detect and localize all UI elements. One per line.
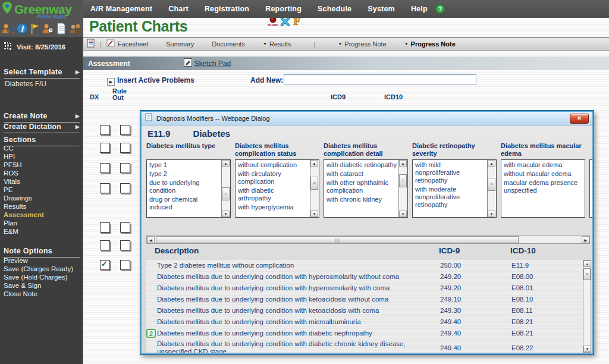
table-vertical-scrollbar[interactable]: ▲ ≡ ▼ xyxy=(583,260,591,353)
horizontal-scrollbar[interactable]: ◀ ||| ▶ xyxy=(146,236,590,244)
table-row-4[interactable]: Diabetes mellitus due to underlying cond… xyxy=(146,294,584,305)
table-row-8[interactable]: Diabetes mellitus due to underlying cond… xyxy=(146,339,584,353)
listbox-item[interactable]: with moderate nonproliferative retinopat… xyxy=(415,186,486,209)
sidebar-item-assessment[interactable]: Assessment xyxy=(4,211,44,219)
visit-row[interactable]: Visit: 8/25/2016 xyxy=(4,42,65,52)
dx-checkbox-row-5[interactable] xyxy=(100,222,110,233)
note-option-close-note[interactable]: Close Note xyxy=(4,290,73,298)
table-row-5[interactable]: Diabetes mellitus due to underlying cond… xyxy=(146,305,584,316)
listbox-item[interactable]: with diabetic arthropathy xyxy=(238,187,309,202)
modifier-listbox[interactable]: type 1type 2due to underlying conditiond… xyxy=(146,159,231,218)
insert-active-problems-toggle[interactable]: ▶ xyxy=(107,78,115,86)
modifier-listbox[interactable]: without complicationwith circulatory com… xyxy=(235,159,319,218)
table-row-1[interactable]: Type 2 diabetes mellitus without complic… xyxy=(146,260,584,271)
menu-item-system[interactable]: System xyxy=(368,5,395,13)
scroll-down-arrow-icon[interactable]: ▼ xyxy=(583,346,591,352)
help-icon[interactable]: ? xyxy=(435,4,445,14)
dx-checkbox-row-6[interactable] xyxy=(100,240,110,250)
dx-checkbox-row-1[interactable] xyxy=(100,125,110,135)
table-row-3[interactable]: Diabetes mellitus due to underlying cond… xyxy=(146,283,584,294)
listbox-item[interactable]: type 2 xyxy=(149,170,220,178)
listbox-item[interactable]: due to underlying condition xyxy=(149,179,220,194)
listbox-item[interactable]: drug or chemical induced xyxy=(149,196,220,211)
menu-item-chart[interactable]: Chart xyxy=(168,5,189,13)
listbox-scrollbar[interactable]: ▲≡▼ xyxy=(487,160,496,217)
rule-out-checkbox-row-3[interactable] xyxy=(120,163,130,173)
sidebar-item-drawings[interactable]: Drawings xyxy=(4,194,44,202)
scroll-up-arrow-icon[interactable]: ▲ xyxy=(222,160,230,167)
select-template-header[interactable]: ▶ Select Template xyxy=(4,68,80,79)
listbox-item[interactable]: with other ophthalmic complication xyxy=(327,179,397,194)
rule-out-checkbox-row-4[interactable] xyxy=(120,183,130,193)
listbox-item[interactable]: with hyperglycemia xyxy=(238,203,309,211)
sidebar-item-e-m[interactable]: E&M xyxy=(4,227,44,236)
insert-active-problems-label[interactable]: Insert Active Problems xyxy=(117,76,194,84)
scroll-up-arrow-icon[interactable]: ▲ xyxy=(488,160,495,167)
listbox-item[interactable]: type 1 xyxy=(149,161,220,169)
scroll-left-arrow-icon[interactable]: ◀ xyxy=(147,236,155,243)
dx-checkbox-row-7[interactable] xyxy=(100,260,110,270)
sidebar-item-ros[interactable]: ROS xyxy=(4,169,44,177)
sketch-pad-link[interactable]: Sketch Pad xyxy=(194,59,231,68)
modifier-listbox[interactable]: with diabetic retinopathywith cataractwi… xyxy=(324,159,408,218)
dx-checkbox-row-3[interactable] xyxy=(100,163,110,173)
note-doc-icon[interactable] xyxy=(87,39,95,49)
dx-checkbox-row-2[interactable] xyxy=(100,143,110,153)
patients-group-icon[interactable] xyxy=(68,23,83,34)
listbox-item[interactable]: with cataract xyxy=(327,170,397,178)
sidebar-item-cc[interactable]: CC xyxy=(4,144,44,152)
modifier-listbox[interactable]: with macular edemawithout macular edemam… xyxy=(501,159,585,218)
scroll-down-arrow-icon[interactable]: ▼ xyxy=(222,211,230,217)
sidebar-item-hpi[interactable]: HPI xyxy=(4,152,44,161)
sidebar-item-pfsh[interactable]: PFSH xyxy=(4,161,44,169)
create-dictation-header[interactable]: ▶ Create Dictation xyxy=(4,123,80,133)
rule-out-checkbox-row-6[interactable] xyxy=(120,240,130,250)
table-row-2[interactable]: Diabetes mellitus due to underlying cond… xyxy=(146,271,584,283)
template-diabetes-fu[interactable]: Diabetes F/U xyxy=(5,80,46,88)
modifier-listbox[interactable]: with mild nonproliferative retinopathywi… xyxy=(412,159,497,218)
note-option-save-sign[interactable]: Save & Sign xyxy=(4,281,73,290)
table-row-7[interactable]: 2Diabetes mellitus due to underlying con… xyxy=(146,328,584,339)
rule-out-checkbox-row-2[interactable] xyxy=(120,143,130,153)
scroll-down-arrow-icon[interactable]: ▼ xyxy=(488,211,495,217)
create-note-header[interactable]: ▶ Create Note xyxy=(4,112,80,123)
listbox-item[interactable]: with chronic kidney xyxy=(327,196,397,203)
menu-item-reporting[interactable]: Reporting xyxy=(265,5,302,13)
note-option-preview[interactable]: Preview xyxy=(4,256,73,265)
listbox-item[interactable]: with diabetic retinopathy xyxy=(327,161,397,169)
listbox-item[interactable]: with mild nonproliferative retinopathy xyxy=(415,161,486,184)
listbox-item[interactable]: without complication xyxy=(238,161,309,169)
tab-facesheet[interactable]: Facesheet xyxy=(106,39,148,48)
horizontal-scroll-thumb[interactable]: ||| xyxy=(156,236,519,243)
patient-search-icon[interactable] xyxy=(1,23,14,34)
flag-icon[interactable] xyxy=(30,23,39,34)
sidebar-item-results[interactable]: Results xyxy=(4,202,44,211)
listbox-scrollbar[interactable]: ▲≡▼ xyxy=(221,160,230,217)
blood-icon[interactable]: BLOOD xyxy=(268,16,278,29)
scroll-thumb[interactable]: ≡ xyxy=(488,178,495,191)
add-new-input[interactable] xyxy=(284,74,476,84)
sidebar-item-pe[interactable]: PE xyxy=(4,186,44,194)
listbox-scrollbar[interactable]: ▲≡▼ xyxy=(310,160,319,217)
tab-summary[interactable]: Summary xyxy=(166,40,194,48)
listbox-item[interactable]: with macular edema xyxy=(504,161,583,169)
patient-clock-icon[interactable] xyxy=(41,23,54,34)
scroll-down-arrow-icon[interactable]: ▼ xyxy=(310,211,318,217)
scroll-up-arrow-icon[interactable]: ▲ xyxy=(399,160,407,167)
x-dismiss-icon[interactable] xyxy=(280,17,290,29)
note-option-save-charges-ready[interactable]: Save (Charges Ready) xyxy=(4,265,73,273)
listbox-item[interactable]: with circulatory complication xyxy=(238,170,309,186)
scroll-thumb[interactable]: ≡ xyxy=(399,174,407,187)
table-row-6[interactable]: Diabetes mellitus due to underlying cond… xyxy=(146,316,584,328)
menu-item-help[interactable]: Help xyxy=(411,5,428,13)
dialog-close-button[interactable]: ✕ xyxy=(570,114,589,124)
menu-item-a-r-management[interactable]: A/R Management xyxy=(90,5,152,13)
scroll-thumb[interactable]: ≡ xyxy=(310,177,318,190)
sidebar-item-vitals[interactable]: Vitals xyxy=(4,177,44,186)
listbox-item[interactable]: without macular edema xyxy=(504,170,583,178)
info-icon[interactable]: i xyxy=(16,23,28,34)
menu-item-schedule[interactable]: Schedule xyxy=(318,5,351,13)
scroll-down-arrow-icon[interactable]: ▼ xyxy=(399,211,407,217)
rule-out-checkbox-row-7[interactable] xyxy=(120,260,130,270)
scroll-up-arrow-icon[interactable]: ▲ xyxy=(310,160,318,167)
